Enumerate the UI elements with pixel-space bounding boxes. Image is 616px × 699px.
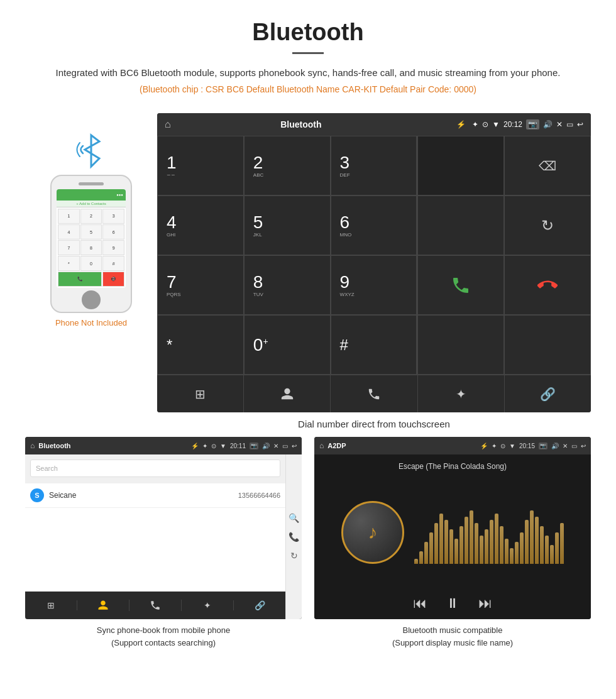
- call-button[interactable]: [417, 255, 504, 315]
- vis-bar: [419, 551, 423, 564]
- vis-bar: [459, 526, 463, 564]
- pb-usb-icon: ⚡: [191, 443, 199, 449]
- key-star[interactable]: *: [157, 315, 244, 375]
- phone-key-5: 5: [80, 224, 102, 239]
- pb-contact-number: 13566664466: [238, 492, 280, 499]
- pb-contact-name: Seicane: [49, 491, 238, 500]
- prev-button[interactable]: ⏮: [413, 595, 427, 612]
- vis-bar: [510, 548, 514, 564]
- music-cam-icon: 📷: [539, 443, 547, 449]
- pb-search-bar[interactable]: Search: [30, 460, 280, 477]
- music-note-icon: ♪: [368, 522, 378, 543]
- dial-grid-area: 1 ∽∽ 2 ABC 3 DEF 4 GHI 5 JKL: [157, 136, 591, 375]
- pb-grid-tool[interactable]: ⊞: [25, 600, 77, 610]
- phone-key-3: 3: [102, 209, 124, 224]
- vis-bar: [495, 514, 498, 564]
- pb-phone-icon: [150, 600, 161, 611]
- dial-statusbar: ⌂ Bluetooth ⚡ ✦ ⊙ ▼ 20:12 📷 🔊 ✕ ▭ ↩: [157, 113, 591, 136]
- music-visualizer: [414, 501, 564, 564]
- car-dial-screen: ⌂ Bluetooth ⚡ ✦ ⊙ ▼ 20:12 📷 🔊 ✕ ▭ ↩ 1 ∽: [157, 113, 591, 412]
- key-1[interactable]: 1 ∽∽: [157, 136, 244, 195]
- key-0[interactable]: 0+: [244, 315, 331, 375]
- pb-phone-tool[interactable]: [129, 600, 182, 611]
- phone-key-6: 6: [102, 224, 124, 239]
- pb-cam-icon: 📷: [250, 443, 258, 449]
- pb-side-search-icon[interactable]: 🔍: [289, 513, 299, 523]
- vis-bar: [454, 539, 458, 564]
- end-call-button[interactable]: [504, 255, 591, 315]
- pb-vol-icon: 🔊: [262, 443, 270, 449]
- bluetooth-tool[interactable]: ✦: [418, 375, 505, 412]
- phone-screen-header: ●●●: [57, 189, 126, 201]
- music-controls: ⏮ ⏸ ⏭: [413, 595, 492, 612]
- pb-bt-tool[interactable]: ✦: [182, 600, 234, 610]
- vis-bar: [470, 510, 473, 564]
- link-tool[interactable]: 🔗: [505, 375, 591, 412]
- refresh-button[interactable]: ↻: [504, 195, 591, 255]
- music-statusbar: ⌂ A2DP ⚡ ✦ ⊙ ▼ 20:15 📷 🔊 ✕ ▭ ↩: [314, 437, 591, 454]
- pb-side-icons: 🔍 📞 ↻: [285, 454, 302, 619]
- pb-link-tool[interactable]: 🔗: [234, 600, 285, 610]
- pb-contact-row[interactable]: S Seicane 13566664466: [25, 483, 285, 508]
- dial-actions: ⌫ ↻: [417, 136, 591, 375]
- music-screen: ⌂ A2DP ⚡ ✦ ⊙ ▼ 20:15 📷 🔊 ✕ ▭ ↩ Escape (T…: [314, 437, 591, 619]
- vis-bar: [530, 510, 534, 564]
- phone-tool[interactable]: [331, 375, 417, 412]
- pb-person-tool[interactable]: [77, 600, 129, 611]
- phone-key-8: 8: [80, 240, 102, 255]
- key-5[interactable]: 5 JKL: [244, 195, 331, 255]
- dial-keys: 1 ∽∽ 2 ABC 3 DEF 4 GHI 5 JKL: [157, 136, 417, 375]
- music-back-icon: ↩: [581, 443, 586, 449]
- key-2[interactable]: 2 ABC: [244, 136, 331, 195]
- vis-bar: [465, 517, 468, 564]
- phone-key-2: 2: [80, 209, 102, 224]
- key-3[interactable]: 3 DEF: [331, 136, 417, 195]
- contacts-tool[interactable]: [244, 375, 331, 412]
- empty-cell-2: [417, 315, 504, 375]
- phone-call-btn: 📞: [58, 272, 102, 287]
- music-usb-icon: ⚡: [480, 443, 488, 449]
- key-hash[interactable]: #: [331, 315, 417, 375]
- music-main-area: ♪: [341, 480, 564, 585]
- main-section: ●●● + Add to Contacts 1 2 3 4 5 6 7 8 9 …: [0, 107, 616, 412]
- page-description: Integrated with BC6 Bluetooth module, su…: [38, 65, 578, 80]
- phone-home-btn: [82, 290, 101, 309]
- person-icon: [97, 600, 109, 611]
- pb-caption: Sync phone-book from mobile phone (Suppo…: [25, 619, 302, 651]
- vis-bar: [535, 517, 539, 564]
- music-album-art: ♪: [341, 501, 404, 564]
- key-7[interactable]: 7 PQRS: [157, 255, 244, 315]
- next-button[interactable]: ⏭: [478, 595, 492, 612]
- pb-side-phone-icon[interactable]: 📞: [289, 532, 299, 542]
- window-icon: ▭: [566, 120, 573, 129]
- key-6[interactable]: 6 MNO: [331, 195, 417, 255]
- pb-time: 20:11: [230, 443, 246, 449]
- music-caption-line2: (Support display music file name): [392, 638, 513, 647]
- vis-bar: [490, 520, 493, 564]
- pb-wifi-icon: ▼: [220, 443, 226, 449]
- backspace-button[interactable]: ⌫: [504, 136, 591, 195]
- vis-bar: [414, 559, 418, 564]
- music-caption: Bluetooth music compatible (Support disp…: [314, 619, 591, 651]
- pb-toolbar: ⊞ ✦ 🔗: [25, 592, 285, 619]
- play-pause-button[interactable]: ⏸: [446, 595, 459, 612]
- contacts-icon: [280, 387, 294, 401]
- grid-tool[interactable]: ⊞: [157, 375, 244, 412]
- pb-home-icon: ⌂: [30, 441, 35, 450]
- key-9[interactable]: 9 WXYZ: [331, 255, 417, 315]
- vis-bar: [555, 532, 559, 564]
- pb-statusbar: ⌂ Bluetooth ⚡ ✦ ⊙ ▼ 20:11 📷 🔊 ✕ ▭ ↩: [25, 437, 302, 454]
- vis-bar: [429, 532, 433, 564]
- vis-bar: [525, 520, 529, 564]
- key-4[interactable]: 4 GHI: [157, 195, 244, 255]
- pb-bt-icon: ✦: [202, 443, 207, 449]
- pb-side-refresh-icon[interactable]: ↻: [290, 551, 298, 561]
- key-8[interactable]: 8 TUV: [244, 255, 331, 315]
- phone-icon: [367, 387, 381, 401]
- dial-caption: Dial number direct from touchscreen: [0, 412, 616, 437]
- music-caption-line1: Bluetooth music compatible: [403, 625, 503, 635]
- bluetooth-status-icon: ✦: [472, 120, 478, 129]
- dial-toolbar: ⊞ ✦ 🔗: [157, 375, 591, 412]
- phone-add-contact: + Add to Contacts: [57, 201, 126, 207]
- vis-bar: [545, 536, 549, 564]
